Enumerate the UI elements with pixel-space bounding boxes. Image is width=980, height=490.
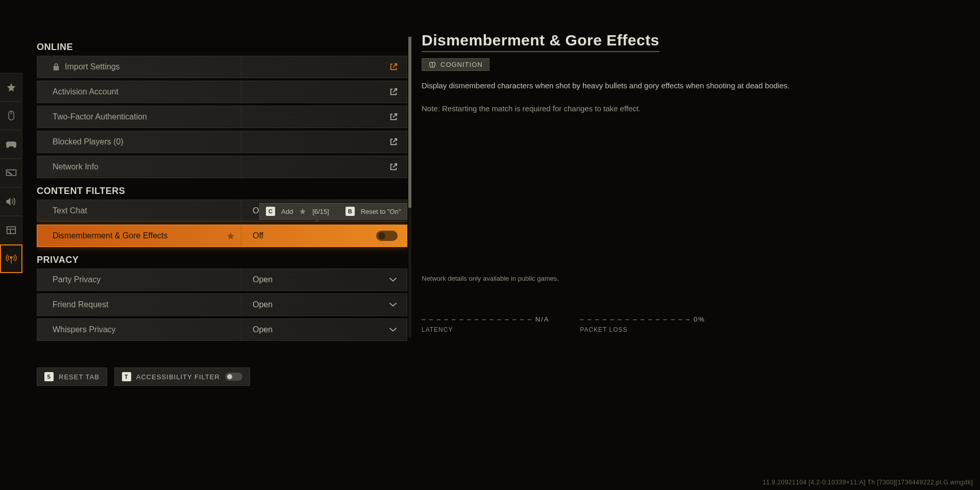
cognition-tag: COGNITION <box>422 58 489 71</box>
star-icon <box>299 208 306 215</box>
tab-audio[interactable] <box>0 187 22 216</box>
external-link-icon <box>389 163 398 171</box>
svg-point-7 <box>10 257 12 258</box>
tab-controller[interactable] <box>0 130 22 159</box>
stat-label: LATENCY <box>422 326 549 333</box>
chevron-down-icon <box>388 327 398 332</box>
row-label-text: Friend Request <box>53 300 108 309</box>
row-label-text: Party Privacy <box>53 275 101 284</box>
tooltip-add-label: Add <box>281 208 293 215</box>
row-friend-request[interactable]: Friend Request Open <box>37 293 407 316</box>
key-hint-b: B <box>346 207 355 216</box>
chevron-down-icon <box>388 277 398 282</box>
tab-graphics[interactable] <box>0 159 22 187</box>
stat-packet-loss: – – – – – – – – – – – – – – – 0% PACKET … <box>580 315 705 333</box>
brain-icon <box>428 61 436 68</box>
external-link-icon <box>389 63 398 71</box>
row-label-text: Two-Factor Authentication <box>53 112 147 121</box>
hotkey-tooltip: C Add [6/15] B Reset to "On" <box>259 203 407 219</box>
speaker-icon <box>6 197 17 207</box>
row-label-text: Dismemberment & Gore Effects <box>53 231 168 240</box>
tab-quick[interactable] <box>0 73 22 102</box>
detail-title: Dismemberment & Gore Effects <box>422 32 659 52</box>
row-whispers-privacy[interactable]: Whispers Privacy Open <box>37 318 407 341</box>
scrollbar[interactable] <box>408 37 411 338</box>
row-value-text: Open <box>253 275 273 284</box>
row-label-text: Activision Account <box>53 87 118 96</box>
controller-icon <box>6 140 17 149</box>
star-icon <box>227 232 235 240</box>
row-label-text: Import Settings <box>65 62 120 71</box>
row-value-text: Open <box>253 300 273 309</box>
key-hint-t: T <box>122 372 131 381</box>
row-two-factor[interactable]: Two-Factor Authentication <box>37 106 407 128</box>
star-icon <box>6 82 16 92</box>
detail-panel: Dismemberment & Gore Effects COGNITION D… <box>422 32 799 114</box>
settings-list: ONLINE Import Settings Activision Accoun… <box>37 37 407 343</box>
row-activision-account[interactable]: Activision Account <box>37 81 407 103</box>
tab-mouse[interactable] <box>0 102 22 130</box>
row-dismemberment-gore[interactable]: Dismemberment & Gore Effects Off <box>37 225 407 247</box>
chevron-down-icon <box>388 302 398 307</box>
bottom-bar: 5 RESET TAB T ACCESSIBILITY FILTER <box>37 368 250 386</box>
settings-category-tabs <box>0 73 22 273</box>
network-stats: – – – – – – – – – – – – – – – N/A LATENC… <box>422 315 705 333</box>
toggle-switch[interactable] <box>225 373 242 381</box>
stat-value: – – – – – – – – – – – – – – – N/A <box>422 315 549 323</box>
row-value-text: Open <box>253 325 273 334</box>
row-label-text: Text Chat <box>53 206 87 215</box>
tooltip-reset-label: Reset to "On" <box>361 208 401 215</box>
lock-icon <box>53 63 60 71</box>
detail-description: Display dismembered characters when shot… <box>422 80 799 92</box>
reset-tab-button[interactable]: 5 RESET TAB <box>37 368 107 386</box>
toggle-switch[interactable] <box>376 231 398 241</box>
row-import-settings[interactable]: Import Settings <box>37 56 407 78</box>
reset-tab-label: RESET TAB <box>59 373 100 381</box>
tooltip-counter: [6/15] <box>312 208 329 215</box>
row-network-info[interactable]: Network Info <box>37 156 407 178</box>
row-value-text: Off <box>253 231 263 240</box>
section-header-online: ONLINE <box>37 37 407 56</box>
tab-interface[interactable] <box>0 216 22 244</box>
svg-rect-4 <box>7 227 15 233</box>
accessibility-filter-label: ACCESSIBILITY FILTER <box>136 373 220 381</box>
external-link-icon <box>389 138 398 146</box>
key-hint-c: C <box>266 207 275 216</box>
svg-line-3 <box>7 172 12 175</box>
row-label-text: Blocked Players (0) <box>53 137 124 146</box>
section-header-content-filters: CONTENT FILTERS <box>37 181 407 200</box>
layout-icon <box>6 226 16 235</box>
mouse-icon <box>7 110 16 121</box>
row-label-text: Whispers Privacy <box>53 325 116 334</box>
section-header-privacy: PRIVACY <box>37 250 407 268</box>
key-hint-5: 5 <box>44 372 54 381</box>
network-note: Network details only available in public… <box>422 275 559 282</box>
detail-note: Note: Restarting the match is required f… <box>422 103 799 115</box>
tag-label: COGNITION <box>440 61 483 68</box>
tab-network[interactable] <box>0 244 22 273</box>
accessibility-filter-button[interactable]: T ACCESSIBILITY FILTER <box>114 368 250 386</box>
monitor-icon <box>6 169 17 177</box>
version-string: 11.9.20921104 [4.2-0:10339+11:A] Th [730… <box>763 479 973 486</box>
stat-latency: – – – – – – – – – – – – – – – N/A LATENC… <box>422 315 549 333</box>
row-party-privacy[interactable]: Party Privacy Open <box>37 268 407 291</box>
row-label-text: Network Info <box>53 162 99 172</box>
stat-value: – – – – – – – – – – – – – – – 0% <box>580 315 705 323</box>
row-blocked-players[interactable]: Blocked Players (0) <box>37 131 407 153</box>
external-link-icon <box>389 88 398 96</box>
stat-label: PACKET LOSS <box>580 326 705 333</box>
antenna-icon <box>6 253 17 264</box>
scrollbar-thumb[interactable] <box>408 37 411 208</box>
external-link-icon <box>389 113 398 121</box>
